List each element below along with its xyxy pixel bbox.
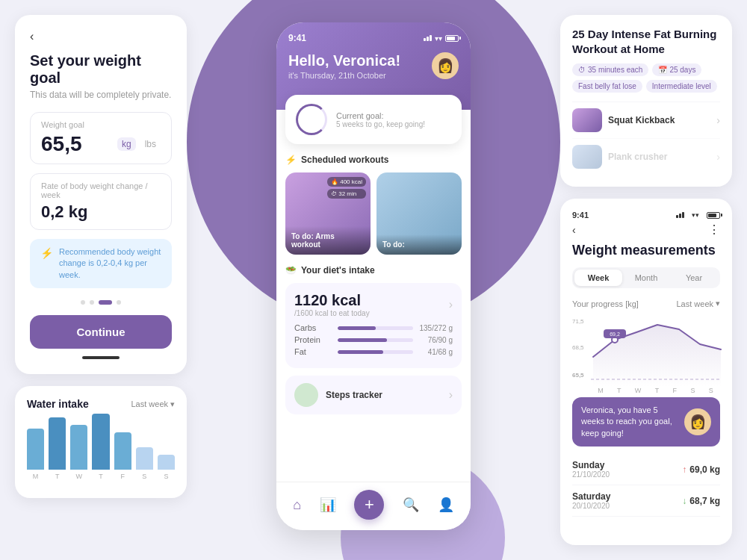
tag-level-label: Intermediate level <box>652 82 711 90</box>
exercise-name-1: Squat Kickback <box>608 115 716 125</box>
fat-bar-bg <box>338 350 413 354</box>
carbs-label: Carbs <box>294 323 332 332</box>
tag-belly-label: Fast belly fat lose <box>578 82 636 90</box>
bar-label-f: F <box>120 473 125 480</box>
exercise-thumb-2 <box>572 145 602 169</box>
weight-label: Weight goal <box>41 120 161 129</box>
greeting-text: Hello, Veronica! <box>288 52 400 69</box>
diet-header: 🥗 Your diet's intake <box>285 265 462 276</box>
wm-title: Weight measurements <box>572 243 720 258</box>
line-chart-svg: 71,5 68,5 65,5 <box>572 316 722 387</box>
recommendation-box: ⚡ Recommended body weight change is 0,2-… <box>30 239 172 288</box>
kcal-value: 400 kcal <box>340 178 362 185</box>
svg-text:68,5: 68,5 <box>572 344 584 351</box>
chart-period-selector[interactable]: Last week ▾ <box>676 299 720 308</box>
saturday-date: 20/10/2020 <box>572 502 610 510</box>
bar-label-t2: T <box>99 473 103 480</box>
protein-bar-bg <box>338 338 413 342</box>
sunday-label: Sunday <box>572 460 610 470</box>
saturday-label: Saturday <box>572 491 610 502</box>
water-header: Water intake Last week ▾ <box>27 398 175 410</box>
chevron-down-chart-icon: ▾ <box>716 299 720 308</box>
macro-carbs: Carbs 135/272 g <box>294 323 453 332</box>
steps-title: Steps tracker <box>326 390 441 400</box>
exercise-squat[interactable]: Squat Kickback › <box>572 102 720 138</box>
entry-date-sunday: Sunday 21/10/2020 <box>572 460 610 479</box>
fat-label: Fat <box>294 347 332 356</box>
main-container: ‹ Set your weight goal This data will be… <box>0 0 747 560</box>
status-time: 9:41 <box>288 33 306 43</box>
x-label-t1: T <box>617 387 622 394</box>
workout-cards-row: 🔥 400 kcal ⏱ 32 min To do: Arms workout <box>285 172 462 255</box>
time-badge: ⏱ 32 min <box>327 189 366 199</box>
sunday-weight: ↑ 69,0 kg <box>682 464 720 475</box>
phone-status-bar: 9:41 ▾▾ <box>288 33 459 43</box>
avatar: 👩 <box>432 52 459 79</box>
lbs-button[interactable]: lbs <box>140 137 161 151</box>
workout-detail-card: 25 Day Intense Fat Burning Workout at Ho… <box>560 15 732 187</box>
wm-back-button[interactable]: ‹ <box>572 224 576 236</box>
sunday-date: 21/10/2020 <box>572 470 610 479</box>
time-value: 32 min <box>338 190 356 197</box>
unit-buttons: kg lbs <box>117 137 161 151</box>
status-icons: ▾▾ <box>424 34 459 43</box>
kcal-badge: 🔥 400 kcal <box>327 177 366 187</box>
last-week-label: Last week <box>131 399 168 408</box>
bar-s1 <box>136 447 153 470</box>
motivation-text: Veronica, you have 5 weeks to reach you … <box>581 405 678 439</box>
bar-label-m: M <box>33 473 39 480</box>
nav-search-icon[interactable]: 🔍 <box>403 497 419 513</box>
x-label-w: W <box>635 387 642 394</box>
svg-text:69,2: 69,2 <box>610 332 620 337</box>
period-year[interactable]: Year <box>670 270 718 286</box>
phone-body: ⚡ Scheduled workouts 🔥 400 kcal ⏱ <box>276 144 471 503</box>
workout-card-2[interactable]: To do: <box>376 172 462 255</box>
workout-label-2: To do: <box>382 240 456 249</box>
nav-stats-icon[interactable]: 📊 <box>320 497 336 513</box>
weight-value-row: 65,5 kg lbs <box>41 132 161 156</box>
dot-1 <box>81 300 85 305</box>
signal-icon <box>424 35 432 41</box>
workout-detail-title: 25 Day Intense Fat Burning Workout at Ho… <box>572 27 720 56</box>
macro-protein: Protein 76/90 g <box>294 335 453 344</box>
workout-card-1[interactable]: 🔥 400 kcal ⏱ 32 min To do: Arms workout <box>285 172 371 255</box>
weight-measurements-card: 9:41 ▾▾ ‹ ⋮ Weight <box>560 199 732 545</box>
continue-button[interactable]: Continue <box>30 315 172 349</box>
dots-row <box>30 300 172 305</box>
period-week[interactable]: Week <box>574 270 622 286</box>
bar-group-t1: T <box>49 417 66 480</box>
fab-button[interactable]: + <box>354 490 384 520</box>
bar-t2 <box>92 414 109 470</box>
wm-wifi-icon: ▾▾ <box>692 211 699 219</box>
calendar-tag-icon: 📅 <box>658 66 667 74</box>
bar-label-t1: T <box>55 473 60 480</box>
home-indicator <box>82 356 120 359</box>
saturday-weight: ↓ 68,7 kg <box>682 496 720 506</box>
tag-level: Intermediate level <box>646 80 717 93</box>
goal-label: Current goal: <box>336 111 425 120</box>
arrow-down-icon: ↓ <box>682 496 686 506</box>
kcal-main: 1120 kcal <box>294 292 370 309</box>
bar-group-s1: S <box>136 447 153 480</box>
bar-label-s2: S <box>164 473 168 480</box>
nav-profile-icon[interactable]: 👤 <box>438 497 454 513</box>
x-label-s1: S <box>690 387 695 394</box>
nav-home-icon[interactable]: ⌂ <box>293 497 301 513</box>
kcal-sub: /1600 kcal to eat today <box>294 309 370 317</box>
wm-more-button[interactable]: ⋮ <box>708 223 720 237</box>
scheduled-icon: ⚡ <box>285 155 297 165</box>
period-month[interactable]: Month <box>622 270 670 286</box>
weight-goal-card: ‹ Set your weight goal This data will be… <box>15 15 187 374</box>
exercise-plank[interactable]: Plank crusher › <box>572 138 720 175</box>
water-intake-card: Water intake Last week ▾ M T W <box>15 386 187 498</box>
steps-info: Steps tracker <box>326 390 441 400</box>
bar-label-s1: S <box>142 473 146 480</box>
chevron-right-squat: › <box>716 114 720 126</box>
kg-button[interactable]: kg <box>117 137 136 151</box>
weight-entry-saturday: Saturday 20/10/2020 ↓ 68,7 kg <box>572 485 720 517</box>
chevron-right-diet[interactable]: › <box>449 298 453 311</box>
back-arrow[interactable]: ‹ <box>30 30 172 43</box>
last-week-button[interactable]: Last week ▾ <box>131 399 175 409</box>
tag-duration: ⏱ 35 minutes each <box>572 63 648 76</box>
chevron-right-steps[interactable]: › <box>449 388 453 402</box>
